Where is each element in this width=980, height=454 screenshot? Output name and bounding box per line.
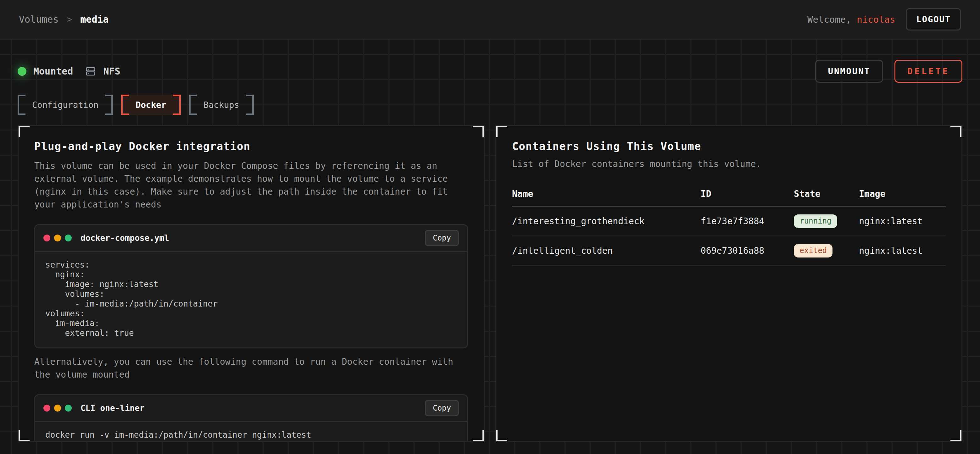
mounted-label: Mounted <box>33 66 73 77</box>
panel-corner-icon <box>495 125 507 137</box>
panel-corner-icon <box>950 430 963 442</box>
container-name: /intelligent_colden <box>512 236 701 266</box>
panel-corner-icon <box>473 430 485 442</box>
delete-button[interactable]: DELETE <box>894 60 963 83</box>
container-image: nginx:latest <box>859 206 946 236</box>
cli-intro-text: Alternatively, you can use the following… <box>34 355 468 381</box>
driver-label: NFS <box>103 66 120 77</box>
table-row: /interesting_grothendieck f1e73e7f3884 r… <box>512 206 946 236</box>
traffic-light-yellow-icon <box>54 405 61 411</box>
tab-bar: Configuration Docker Backups <box>18 95 963 115</box>
compose-code-card: docker-compose.yml Copy services: nginx:… <box>34 224 468 348</box>
column-header-state: State <box>794 184 859 206</box>
copy-compose-button[interactable]: Copy <box>425 230 459 246</box>
panel-corner-icon <box>950 125 963 137</box>
compose-code: services: nginx: image: nginx:latest vol… <box>35 252 467 348</box>
column-header-id: ID <box>701 184 794 206</box>
main-area: Mounted NFS UNMOUNT DELETE Configuration… <box>0 40 980 454</box>
breadcrumb-volumes-link[interactable]: Volumes <box>19 14 59 25</box>
containers-panel-subtitle: List of Docker containers mounting this … <box>512 159 946 169</box>
cli-code-card: CLI one-liner Copy docker run -v im-medi… <box>34 394 468 442</box>
status-row: Mounted NFS UNMOUNT DELETE <box>18 60 963 83</box>
server-stack-icon <box>85 66 96 77</box>
panel-corner-icon <box>18 125 30 137</box>
column-header-image: Image <box>859 184 946 206</box>
traffic-light-red-icon <box>43 235 50 241</box>
column-header-name: Name <box>512 184 701 206</box>
traffic-light-green-icon <box>65 235 72 241</box>
docker-panel-description: This volume can be used in your Docker C… <box>34 159 468 211</box>
tab-configuration[interactable]: Configuration <box>18 95 113 115</box>
traffic-light-red-icon <box>43 405 50 411</box>
panel-corner-icon <box>18 430 30 442</box>
breadcrumb: Volumes > media <box>19 14 109 25</box>
container-id: f1e73e7f3884 <box>701 206 794 236</box>
panel-corner-icon <box>495 430 507 442</box>
welcome-text: Welcome, nicolas <box>807 14 895 25</box>
compose-filename: docker-compose.yml <box>81 233 169 243</box>
docker-integration-panel: Plug-and-play Docker integration This vo… <box>18 125 485 442</box>
mounted-status-dot-icon <box>18 67 26 76</box>
logout-button[interactable]: LOGOUT <box>906 8 961 30</box>
breadcrumb-current-volume: media <box>80 14 108 25</box>
containers-panel: Containers Using This Volume List of Doc… <box>495 125 963 442</box>
traffic-light-yellow-icon <box>54 235 61 241</box>
copy-cli-button[interactable]: Copy <box>425 400 459 416</box>
tab-docker[interactable]: Docker <box>121 95 181 115</box>
status-badge: exited <box>794 244 832 257</box>
cli-code: docker run -v im-media:/path/in/containe… <box>35 422 467 442</box>
top-bar: Volumes > media Welcome, nicolas LOGOUT <box>0 0 980 40</box>
containers-panel-title: Containers Using This Volume <box>512 140 946 152</box>
docker-panel-title: Plug-and-play Docker integration <box>34 140 468 152</box>
unmount-button[interactable]: UNMOUNT <box>815 60 883 83</box>
status-badge: running <box>794 214 837 228</box>
traffic-light-green-icon <box>65 405 72 411</box>
containers-table: Name ID State Image /interesting_grothen… <box>512 184 946 266</box>
panel-corner-icon <box>473 125 485 137</box>
username: nicolas <box>857 14 895 25</box>
cli-filename: CLI one-liner <box>81 403 145 413</box>
container-name: /interesting_grothendieck <box>512 206 701 236</box>
container-id: 069e73016a88 <box>701 236 794 266</box>
tab-backups[interactable]: Backups <box>189 95 254 115</box>
container-image: nginx:latest <box>859 236 946 266</box>
table-row: /intelligent_colden 069e73016a88 exited … <box>512 236 946 266</box>
breadcrumb-separator: > <box>67 14 72 24</box>
